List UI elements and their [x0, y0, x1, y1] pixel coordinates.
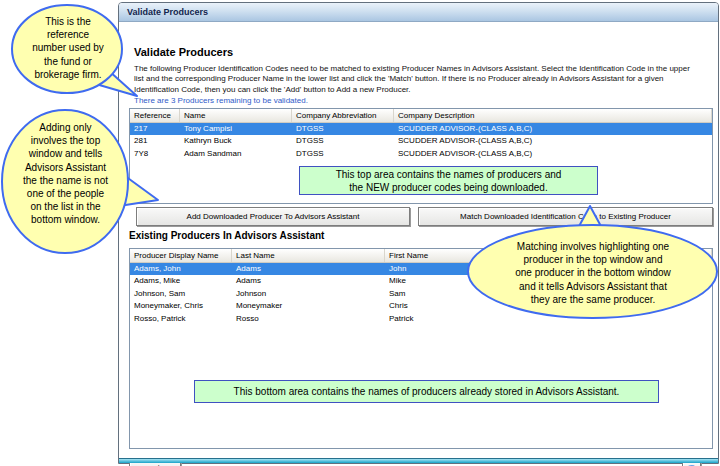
dialog-bottom-edge — [119, 458, 718, 463]
table-row[interactable]: 217 Tony Campisi DTGSS SCUDDER ADVISOR-(… — [130, 123, 712, 135]
window-titlebar[interactable]: Validate Producers — [119, 3, 718, 22]
cell-display-name: Rosso, Patrick — [130, 313, 232, 325]
cell-name: Adam Sandman — [180, 148, 292, 160]
cell-company-abbreviation: DTGSS — [292, 148, 394, 160]
table-row[interactable]: 7Y8 Adam Sandman DTGSS SCUDDER ADVISOR-(… — [130, 148, 712, 160]
cell-company-description: SCUDDER ADVISOR-(CLASS A,B,C) — [394, 135, 712, 147]
cell-display-name: Moneymaker, Chris — [130, 300, 232, 312]
page-title: Validate Producers — [134, 46, 233, 58]
screenshot-canvas: Validate Producers Validate Producers Th… — [0, 0, 720, 466]
status-text: There are 3 Producers remaining to be va… — [134, 96, 308, 105]
cell-last-name: Johnson — [232, 288, 385, 300]
downloaded-producers-header-row: Reference Name Company Abbreviation Comp… — [130, 109, 712, 123]
callout-reference-number: This is the reference number used by the… — [6, 0, 148, 102]
column-header-company-description[interactable]: Company Description — [394, 109, 712, 122]
cell-last-name: Rosso — [232, 313, 385, 325]
callout-adding: Adding only involves the top window and … — [0, 105, 165, 257]
column-header-last-name[interactable]: Last Name — [232, 249, 385, 262]
callout-matching-text: Matching involves highlighting one produ… — [478, 240, 708, 306]
cell-name: Kathryn Buck — [180, 135, 292, 147]
column-header-name[interactable]: Name — [180, 109, 292, 122]
cell-last-name: Adams — [232, 275, 385, 287]
callout-reference-text: This is the reference number used by the… — [15, 15, 121, 81]
note-top-area: This top area contains the names of prod… — [299, 166, 598, 195]
callout-matching: Matching involves highlighting one produ… — [455, 195, 720, 323]
table-row[interactable]: 281 Kathryn Buck DTGSS SCUDDER ADVISOR-(… — [130, 135, 712, 147]
cell-name: Tony Campisi — [180, 123, 292, 135]
add-downloaded-producer-button[interactable]: Add Downloaded Producer To Advisors Assi… — [136, 207, 410, 226]
callout-adding-text: Adding only involves the top window and … — [8, 121, 123, 227]
cell-display-name: Adams, Mike — [130, 275, 232, 287]
cell-company-abbreviation: DTGSS — [292, 123, 394, 135]
cell-company-description: SCUDDER ADVISOR-(CLASS A,B,C) — [394, 148, 712, 160]
note-bottom-area: This bottom area contains the names of p… — [194, 380, 659, 403]
cell-display-name: Adams, John — [130, 263, 232, 275]
instructions-text: The following Producer Identification Co… — [134, 64, 714, 95]
column-header-company-abbreviation[interactable]: Company Abbreviation — [292, 109, 394, 122]
cell-company-description: SCUDDER ADVISOR-(CLASS A,B,C) — [394, 123, 712, 135]
cell-display-name: Johnson, Sam — [130, 288, 232, 300]
cell-last-name: Adams — [232, 263, 385, 275]
cell-company-abbreviation: DTGSS — [292, 135, 394, 147]
cell-last-name: Moneymaker — [232, 300, 385, 312]
